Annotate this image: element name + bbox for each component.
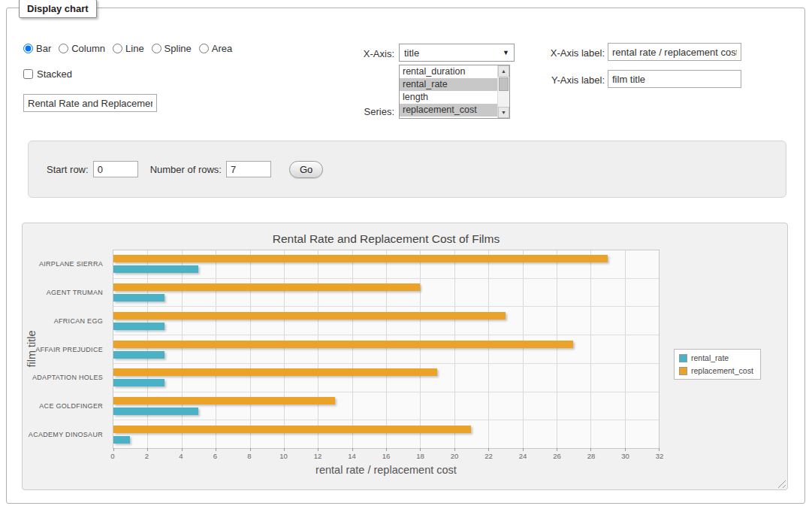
scrollbar-thumb[interactable]	[499, 77, 509, 91]
x-axis-tickmark	[488, 448, 489, 451]
resize-handle-icon[interactable]	[776, 478, 786, 488]
stacked-checkbox[interactable]	[23, 69, 33, 79]
stacked-label: Stacked	[37, 68, 72, 80]
spline-radio[interactable]	[152, 44, 161, 53]
chart-type-radiogroup: BarColumnLineSplineArea	[23, 43, 232, 54]
area-radio[interactable]	[199, 44, 209, 53]
chart-legend: rental_ratereplacement_cost	[674, 349, 761, 380]
x-axis-tickmark	[216, 448, 216, 451]
listbox-scrollbar[interactable]: ▲ ▼	[497, 65, 509, 118]
bar-group	[113, 250, 659, 279]
x-tick-label: 26	[553, 452, 561, 460]
chart-panel: Rental Rate and Replacement Cost of Film…	[22, 223, 788, 490]
x-axis-tickmark	[625, 448, 626, 451]
category-label: AGENT TRUMAN	[23, 278, 108, 307]
x-axis-tickmark	[523, 448, 524, 451]
legend-item-rental_rate: rental_rate	[679, 353, 753, 362]
bar-rental_rate	[113, 294, 165, 301]
line-radio[interactable]	[113, 44, 122, 53]
x-axis-select[interactable]: title ▼	[399, 44, 515, 62]
series-option-rental_rate[interactable]: rental_rate	[400, 78, 497, 91]
legend-item-replacement_cost: replacement_cost	[679, 366, 753, 375]
chart-type-option-bar[interactable]: Bar	[23, 43, 51, 54]
bar-radio[interactable]	[23, 44, 33, 53]
bar-replacement_cost	[113, 312, 506, 320]
x-axis-tickmark	[352, 448, 353, 451]
bar-group	[113, 420, 659, 448]
series-select-label: Series:	[316, 104, 394, 120]
x-axis-tickmark	[454, 448, 455, 451]
series-listbox: rental_durationrental_ratelengthreplacem…	[399, 65, 510, 119]
bar-rental_rate	[113, 436, 130, 444]
start-row-label: Start row:	[47, 164, 89, 175]
legend-swatch	[679, 367, 687, 375]
chart-title: Rental Rate and Replacement Cost of Film…	[113, 232, 660, 246]
series-option-length[interactable]: length	[400, 91, 497, 104]
bar-rental_rate	[113, 265, 198, 273]
rows-panel: Start row: Number of rows: Go	[28, 141, 786, 198]
y-axis-label-label: Y-Axis label:	[533, 72, 605, 89]
category-label: AFRICAN EGG	[23, 307, 108, 335]
bar-replacement_cost	[113, 255, 608, 262]
series-options: rental_durationrental_ratelengthreplacem…	[400, 65, 497, 118]
bar-group	[113, 392, 659, 421]
category-labels: AIRPLANE SIERRAAGENT TRUMANAFRICAN EGGAF…	[23, 250, 108, 449]
x-axis-tickmark	[420, 448, 421, 451]
chart-type-option-column[interactable]: Column	[59, 43, 105, 54]
stacked-option[interactable]: Stacked	[23, 68, 72, 80]
bar-group	[113, 364, 659, 392]
x-axis-tickmark	[250, 448, 251, 451]
radio-option-label: Bar	[36, 43, 51, 54]
x-axis-tickmark	[386, 448, 387, 451]
bar-group	[113, 335, 659, 364]
x-axis-tickmark	[318, 448, 318, 451]
go-button[interactable]: Go	[289, 161, 323, 178]
legend-label: replacement_cost	[691, 366, 753, 375]
bar-replacement_cost	[113, 283, 420, 291]
x-axis-tickmark	[557, 448, 557, 451]
number-of-rows-label: Number of rows:	[150, 164, 222, 175]
chart-type-option-spline[interactable]: Spline	[152, 43, 192, 54]
category-label: AIRPLANE SIERRA	[23, 250, 108, 278]
chart-type-option-line[interactable]: Line	[113, 43, 144, 54]
fieldset-legend: Display chart	[19, 0, 97, 18]
category-label: AFFAIR PREJUDICE	[23, 335, 108, 364]
bar-rental_rate	[113, 407, 198, 415]
x-tick-label: 4	[179, 452, 183, 460]
scrollbar-track[interactable]	[498, 77, 509, 107]
bar-group	[113, 307, 659, 335]
x-axis-ticks: 02468101214161820222426283032	[113, 452, 660, 461]
x-tick-label: 0	[110, 452, 114, 460]
chart-type-option-area[interactable]: Area	[199, 43, 232, 54]
x-axis-label-label: X-Axis label:	[533, 45, 605, 62]
bar-replacement_cost	[113, 426, 471, 433]
x-axis-tickmark	[590, 448, 591, 451]
plot-rows	[113, 250, 659, 448]
scroll-down-icon[interactable]: ▼	[498, 107, 509, 118]
select-dropdown-arrow-icon: ▼	[503, 49, 509, 56]
scroll-up-icon[interactable]: ▲	[498, 65, 509, 77]
chart-title-input[interactable]	[23, 94, 157, 112]
column-radio[interactable]	[59, 44, 68, 53]
y-axis-label-input[interactable]	[608, 70, 741, 88]
series-option-replacement_cost[interactable]: replacement_cost	[400, 104, 497, 117]
radio-option-label: Spline	[165, 43, 192, 54]
x-axis-tickmark	[659, 448, 660, 451]
x-tick-label: 12	[314, 452, 322, 460]
x-axis-tickmark	[284, 448, 285, 451]
number-of-rows-input[interactable]	[226, 161, 271, 177]
x-tick-label: 8	[247, 452, 251, 460]
x-tick-label: 24	[519, 452, 527, 460]
x-tick-label: 2	[145, 452, 149, 460]
bar-replacement_cost	[113, 341, 573, 348]
bar-replacement_cost	[113, 368, 437, 376]
bar-replacement_cost	[113, 397, 335, 404]
x-axis-label-input[interactable]	[608, 43, 741, 61]
legend-label: rental_rate	[691, 353, 729, 362]
category-label: ACADEMY DINOSAUR	[23, 420, 108, 449]
bar-group	[113, 279, 659, 308]
series-option-rental_duration[interactable]: rental_duration	[400, 65, 497, 78]
start-row-input[interactable]	[93, 161, 138, 177]
category-label: ADAPTATION HOLES	[23, 363, 108, 392]
x-axis-tickmark	[182, 448, 183, 451]
